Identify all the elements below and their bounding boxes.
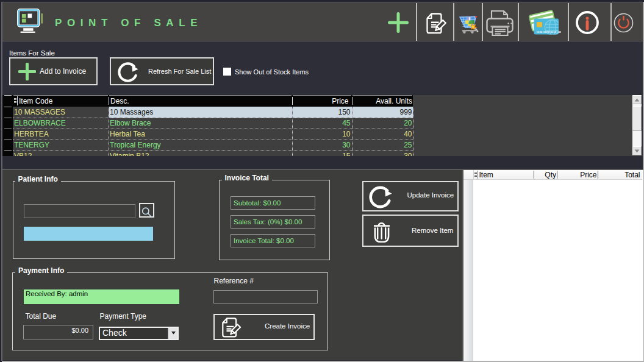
- svg-text:1234 5678 9012 3456: 1234 5678 9012 3456: [537, 30, 562, 34]
